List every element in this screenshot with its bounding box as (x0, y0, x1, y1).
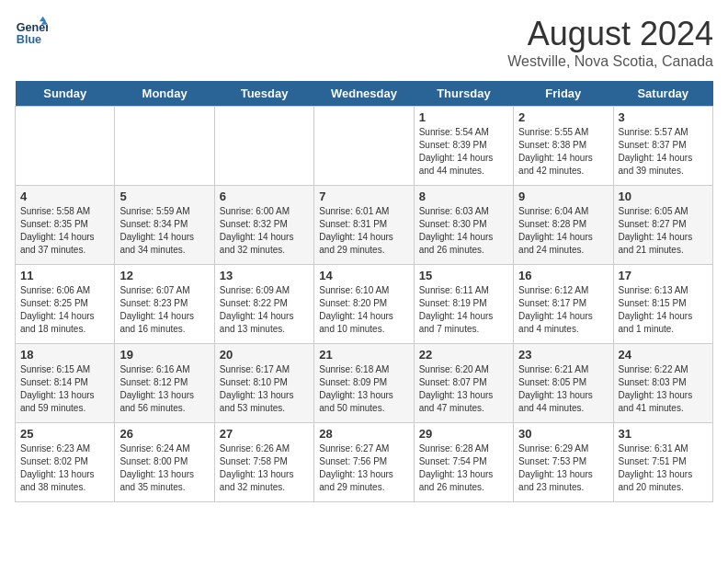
header-wednesday: Wednesday (314, 81, 414, 107)
week-row-1: 1Sunrise: 5:54 AM Sunset: 8:39 PM Daylig… (16, 107, 713, 186)
day-info: Sunrise: 5:54 AM Sunset: 8:39 PM Dayligh… (419, 126, 508, 178)
day-number: 27 (220, 427, 309, 441)
day-number: 4 (20, 190, 109, 203)
day-number: 25 (20, 427, 109, 441)
header: General Blue August 2024 Westville, Nova… (15, 15, 713, 70)
week-row-3: 11Sunrise: 6:06 AM Sunset: 8:25 PM Dayli… (16, 265, 713, 344)
header-thursday: Thursday (414, 81, 513, 107)
calendar-cell: 23Sunrise: 6:21 AM Sunset: 8:05 PM Dayli… (514, 344, 613, 423)
day-number: 5 (119, 190, 209, 203)
day-info: Sunrise: 6:13 AM Sunset: 8:15 PM Dayligh… (619, 284, 708, 336)
day-info: Sunrise: 6:15 AM Sunset: 8:14 PM Dayligh… (20, 363, 109, 415)
day-number: 14 (319, 269, 408, 282)
header-tuesday: Tuesday (214, 81, 313, 107)
day-number: 19 (119, 348, 209, 362)
day-info: Sunrise: 6:21 AM Sunset: 8:05 PM Dayligh… (518, 363, 608, 415)
day-info: Sunrise: 6:07 AM Sunset: 8:23 PM Dayligh… (119, 284, 209, 336)
svg-text:Blue: Blue (17, 33, 41, 46)
week-row-4: 18Sunrise: 6:15 AM Sunset: 8:14 PM Dayli… (16, 344, 713, 423)
day-number: 24 (619, 348, 708, 362)
day-number: 6 (220, 190, 309, 203)
calendar-cell: 5Sunrise: 5:59 AM Sunset: 8:34 PM Daylig… (115, 186, 214, 265)
calendar-cell: 21Sunrise: 6:18 AM Sunset: 8:09 PM Dayli… (314, 344, 414, 423)
calendar-cell: 16Sunrise: 6:12 AM Sunset: 8:17 PM Dayli… (514, 265, 613, 344)
day-info: Sunrise: 6:28 AM Sunset: 7:54 PM Dayligh… (419, 442, 508, 494)
calendar-cell: 3Sunrise: 5:57 AM Sunset: 8:37 PM Daylig… (613, 107, 712, 186)
day-number: 22 (419, 348, 508, 362)
day-info: Sunrise: 6:00 AM Sunset: 8:32 PM Dayligh… (220, 205, 309, 257)
calendar-cell: 2Sunrise: 5:55 AM Sunset: 8:38 PM Daylig… (514, 107, 613, 186)
calendar-cell: 9Sunrise: 6:04 AM Sunset: 8:28 PM Daylig… (514, 186, 613, 265)
day-info: Sunrise: 6:05 AM Sunset: 8:27 PM Dayligh… (619, 205, 708, 257)
week-row-2: 4Sunrise: 5:58 AM Sunset: 8:35 PM Daylig… (16, 186, 713, 265)
calendar-cell: 31Sunrise: 6:31 AM Sunset: 7:51 PM Dayli… (613, 423, 712, 502)
day-number: 9 (518, 190, 608, 203)
day-info: Sunrise: 6:10 AM Sunset: 8:20 PM Dayligh… (319, 284, 408, 336)
week-row-5: 25Sunrise: 6:23 AM Sunset: 8:02 PM Dayli… (16, 423, 713, 502)
day-info: Sunrise: 5:57 AM Sunset: 8:37 PM Dayligh… (619, 126, 708, 178)
calendar-cell: 26Sunrise: 6:24 AM Sunset: 8:00 PM Dayli… (115, 423, 214, 502)
day-info: Sunrise: 5:59 AM Sunset: 8:34 PM Dayligh… (119, 205, 209, 257)
calendar-header: SundayMondayTuesdayWednesdayThursdayFrid… (16, 81, 713, 107)
header-friday: Friday (514, 81, 613, 107)
calendar-cell: 1Sunrise: 5:54 AM Sunset: 8:39 PM Daylig… (414, 107, 513, 186)
day-number: 13 (220, 269, 309, 282)
calendar-cell (314, 107, 414, 186)
day-info: Sunrise: 6:11 AM Sunset: 8:19 PM Dayligh… (419, 284, 508, 336)
header-saturday: Saturday (613, 81, 712, 107)
calendar-cell (214, 107, 313, 186)
calendar-cell: 11Sunrise: 6:06 AM Sunset: 8:25 PM Dayli… (16, 265, 115, 344)
day-number: 8 (419, 190, 508, 203)
day-info: Sunrise: 6:31 AM Sunset: 7:51 PM Dayligh… (619, 442, 708, 494)
calendar-cell: 25Sunrise: 6:23 AM Sunset: 8:02 PM Dayli… (16, 423, 115, 502)
header-sunday: Sunday (16, 81, 115, 107)
day-number: 11 (20, 269, 109, 282)
calendar-cell: 13Sunrise: 6:09 AM Sunset: 8:22 PM Dayli… (214, 265, 313, 344)
calendar-cell: 27Sunrise: 6:26 AM Sunset: 7:58 PM Dayli… (214, 423, 313, 502)
svg-marker-2 (40, 17, 46, 21)
day-info: Sunrise: 6:17 AM Sunset: 8:10 PM Dayligh… (220, 363, 309, 415)
calendar-cell: 17Sunrise: 6:13 AM Sunset: 8:15 PM Dayli… (613, 265, 712, 344)
calendar-cell: 15Sunrise: 6:11 AM Sunset: 8:19 PM Dayli… (414, 265, 513, 344)
day-info: Sunrise: 6:09 AM Sunset: 8:22 PM Dayligh… (220, 284, 309, 336)
day-number: 31 (619, 427, 708, 441)
day-number: 1 (419, 110, 508, 124)
day-number: 30 (518, 427, 608, 441)
calendar-cell: 6Sunrise: 6:00 AM Sunset: 8:32 PM Daylig… (214, 186, 313, 265)
day-number: 7 (319, 190, 408, 203)
calendar-cell: 10Sunrise: 6:05 AM Sunset: 8:27 PM Dayli… (613, 186, 712, 265)
calendar-cell: 4Sunrise: 5:58 AM Sunset: 8:35 PM Daylig… (16, 186, 115, 265)
calendar-cell: 29Sunrise: 6:28 AM Sunset: 7:54 PM Dayli… (414, 423, 513, 502)
header-monday: Monday (115, 81, 214, 107)
calendar-cell: 28Sunrise: 6:27 AM Sunset: 7:56 PM Dayli… (314, 423, 414, 502)
day-number: 21 (319, 348, 408, 362)
day-info: Sunrise: 6:16 AM Sunset: 8:12 PM Dayligh… (119, 363, 209, 415)
calendar-cell: 18Sunrise: 6:15 AM Sunset: 8:14 PM Dayli… (16, 344, 115, 423)
calendar-cell (115, 107, 214, 186)
calendar-cell: 7Sunrise: 6:01 AM Sunset: 8:31 PM Daylig… (314, 186, 414, 265)
day-number: 17 (619, 269, 708, 282)
day-info: Sunrise: 6:06 AM Sunset: 8:25 PM Dayligh… (20, 284, 109, 336)
day-number: 26 (119, 427, 209, 441)
day-info: Sunrise: 6:23 AM Sunset: 8:02 PM Dayligh… (20, 442, 109, 494)
calendar-cell: 8Sunrise: 6:03 AM Sunset: 8:30 PM Daylig… (414, 186, 513, 265)
day-number: 29 (419, 427, 508, 441)
subtitle: Westville, Nova Scotia, Canada (507, 53, 713, 70)
day-info: Sunrise: 6:27 AM Sunset: 7:56 PM Dayligh… (319, 442, 408, 494)
day-number: 16 (518, 269, 608, 282)
calendar-cell (16, 107, 115, 186)
calendar-cell: 14Sunrise: 6:10 AM Sunset: 8:20 PM Dayli… (314, 265, 414, 344)
day-number: 20 (220, 348, 309, 362)
day-info: Sunrise: 6:26 AM Sunset: 7:58 PM Dayligh… (220, 442, 309, 494)
logo: General Blue (15, 15, 48, 48)
calendar-table: SundayMondayTuesdayWednesdayThursdayFrid… (15, 81, 713, 502)
day-number: 28 (319, 427, 408, 441)
day-number: 18 (20, 348, 109, 362)
title-area: August 2024 Westville, Nova Scotia, Cana… (507, 15, 713, 70)
calendar-cell: 20Sunrise: 6:17 AM Sunset: 8:10 PM Dayli… (214, 344, 313, 423)
day-info: Sunrise: 6:24 AM Sunset: 8:00 PM Dayligh… (119, 442, 209, 494)
day-number: 2 (518, 110, 608, 124)
main-title: August 2024 (507, 15, 713, 53)
day-info: Sunrise: 6:01 AM Sunset: 8:31 PM Dayligh… (319, 205, 408, 257)
calendar-cell: 22Sunrise: 6:20 AM Sunset: 8:07 PM Dayli… (414, 344, 513, 423)
